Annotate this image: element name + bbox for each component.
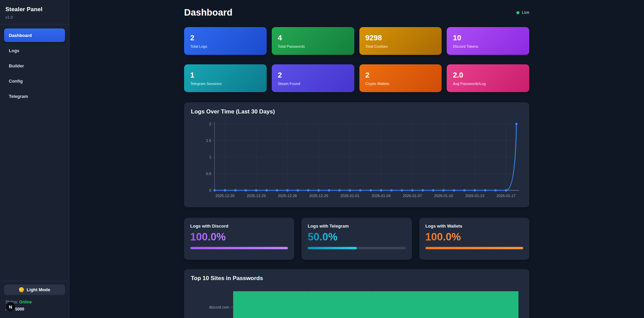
pct-card-value: 100.0% — [425, 231, 461, 243]
sidebar-item-telegram[interactable]: Telegram — [4, 89, 65, 103]
sidebar-item-logs[interactable]: Logs — [4, 44, 65, 57]
port-value: 5000 — [15, 307, 24, 312]
logs-over-time-chart[interactable]: 00.511.522025-12-202025-12-232025-12-262… — [191, 119, 523, 206]
pct-card-label: Logs with Wallets — [425, 224, 523, 229]
progress-bar-track — [425, 247, 523, 249]
pct-card-logs-with-discord: Logs with Discord100.0% — [184, 218, 294, 260]
svg-text:2026-01-04: 2026-01-04 — [372, 194, 391, 198]
stat-value: 2 — [365, 71, 436, 79]
bar-chart-title: Top 10 Sites in Passwords — [191, 275, 523, 282]
stat-value: 4 — [278, 34, 348, 42]
sidebar-footer: Light Mode Status: Online Port: 5000 — [0, 281, 69, 318]
app-title: Stealer Panel — [5, 6, 64, 13]
pct-card-label: Logs with Discord — [190, 224, 288, 229]
live-dot-icon — [516, 11, 519, 14]
progress-bar-track — [308, 247, 405, 249]
stat-value: 9298 — [365, 34, 436, 42]
svg-text:1.5: 1.5 — [206, 139, 211, 143]
sidebar-item-config[interactable]: Config — [4, 74, 65, 88]
light-mode-toggle-button[interactable]: Light Mode — [4, 284, 65, 295]
stat-value: 2 — [190, 34, 261, 42]
light-mode-label: Light Mode — [27, 287, 50, 292]
live-label: Live — [522, 10, 529, 15]
top-sites-chart[interactable]: discord.com — [191, 286, 523, 318]
pct-card-logs-with-wallets: Logs with Wallets100.0% — [419, 218, 529, 260]
svg-text:1: 1 — [209, 155, 211, 159]
stat-label: Crypto Wallets — [365, 82, 436, 86]
stat-card-total-cookies: 9298Total Cookies — [359, 27, 442, 55]
svg-text:2026-01-13: 2026-01-13 — [465, 194, 484, 198]
sidebar-item-builder[interactable]: Builder — [4, 59, 65, 72]
sidebar: Stealer Panel v1.0 DashboardLogsBuilderC… — [0, 0, 69, 318]
progress-bar-fill — [190, 247, 288, 249]
stat-label: Total Cookies — [365, 44, 436, 48]
avatar-badge[interactable]: N — [5, 302, 16, 312]
stat-value: 1 — [190, 71, 261, 79]
line-chart-title: Logs Over Time (Last 30 Days) — [191, 108, 523, 115]
svg-text:2026-01-01: 2026-01-01 — [340, 194, 359, 198]
stat-label: Total Logs — [190, 44, 261, 48]
stat-card-avg-passwords-log: 2.0Avg Passwords/Log — [447, 64, 529, 92]
app-version: v1.0 — [5, 15, 64, 19]
stat-card-discord-tokens: 10Discord Tokens — [447, 27, 529, 55]
stat-value: 10 — [453, 34, 523, 42]
top-sites-card: Top 10 Sites in Passwords discord.com — [184, 269, 529, 318]
stats-grid: 2Total Logs4Total Passwords9298Total Coo… — [184, 27, 529, 92]
pct-card-label: Logs with Telegram — [308, 224, 405, 229]
sidebar-item-dashboard[interactable]: Dashboard — [4, 28, 65, 42]
svg-text:2026-01-10: 2026-01-10 — [434, 194, 453, 198]
svg-text:0.5: 0.5 — [206, 172, 211, 176]
pct-card-value: 50.0% — [308, 231, 337, 243]
stat-label: Steam Found — [278, 82, 348, 86]
main-area: Dashboard Live 2Total Logs4Total Passwor… — [69, 0, 644, 318]
pct-card-logs-with-telegram: Logs with Telegram50.0% — [302, 218, 412, 260]
sidebar-header: Stealer Panel v1.0 — [0, 0, 69, 24]
progress-bar-track — [190, 247, 288, 249]
stat-card-total-logs: 2Total Logs — [184, 27, 267, 55]
page-title: Dashboard — [184, 7, 232, 18]
stat-label: Avg Passwords/Log — [453, 82, 523, 86]
stat-value: 2.0 — [453, 71, 523, 79]
svg-text:2025-12-20: 2025-12-20 — [216, 194, 235, 198]
status-value: Online — [19, 300, 32, 304]
sidebar-nav: DashboardLogsBuilderConfigTelegram — [0, 24, 69, 281]
svg-text:2025-12-23: 2025-12-23 — [247, 194, 266, 198]
svg-text:2026-01-17: 2026-01-17 — [496, 194, 515, 198]
stat-label: Telegram Sessions — [190, 82, 261, 86]
stat-label: Total Passwords — [278, 44, 348, 48]
svg-text:discord.com: discord.com — [209, 305, 229, 309]
svg-text:0: 0 — [209, 188, 211, 192]
svg-text:2026-01-07: 2026-01-07 — [403, 194, 422, 198]
sun-icon — [19, 287, 24, 292]
percentage-cards-row: Logs with Discord100.0%Logs with Telegra… — [184, 218, 529, 260]
svg-text:2: 2 — [209, 122, 211, 126]
svg-text:2025-12-26: 2025-12-26 — [278, 194, 297, 198]
stat-card-steam-found: 2Steam Found — [272, 64, 354, 92]
pct-card-value: 100.0% — [190, 231, 226, 243]
stat-card-telegram-sessions: 1Telegram Sessions — [184, 64, 267, 92]
progress-bar-fill — [425, 247, 523, 249]
stat-card-crypto-wallets: 2Crypto Wallets — [359, 64, 442, 92]
progress-bar-fill — [308, 247, 357, 249]
live-status-badge: Live — [516, 10, 529, 15]
stat-label: Discord Tokens — [453, 44, 523, 48]
logs-over-time-card: Logs Over Time (Last 30 Days) 00.511.522… — [184, 102, 529, 207]
stat-value: 2 — [278, 71, 348, 79]
stat-card-total-passwords: 4Total Passwords — [272, 27, 354, 55]
svg-text:2025-12-29: 2025-12-29 — [309, 194, 328, 198]
